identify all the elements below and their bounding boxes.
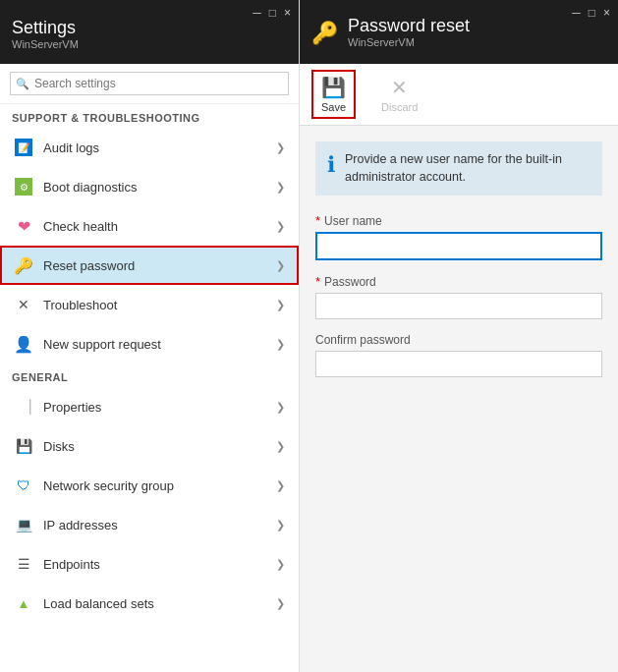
sidebar-item-properties[interactable]: ⎹ Properties ❯ bbox=[0, 387, 299, 426]
password-label: * Password bbox=[315, 274, 602, 289]
health-icon: ❤ bbox=[14, 216, 33, 236]
ip-icon: 💻 bbox=[14, 515, 33, 534]
sidebar-item-label: Troubleshoot bbox=[43, 298, 276, 312]
required-marker: * bbox=[315, 274, 320, 289]
username-group: * User name bbox=[315, 213, 602, 260]
minimize-icon[interactable]: ─ bbox=[572, 6, 581, 20]
right-toolbar: 💾 Save ✕ Discard bbox=[300, 64, 618, 126]
nsg-icon: 🛡 bbox=[14, 476, 33, 495]
left-titlebar: ─ □ × Settings WinServerVM bbox=[0, 0, 299, 64]
sidebar-item-audit-logs[interactable]: 📝 Audit logs ❯ bbox=[0, 128, 299, 167]
save-button[interactable]: 💾 Save bbox=[311, 70, 356, 119]
sidebar-item-label: Network security group bbox=[43, 478, 276, 493]
troubleshoot-icon: ✕ bbox=[14, 295, 33, 314]
chevron-icon: ❯ bbox=[276, 181, 285, 194]
support-icon: 👤 bbox=[14, 334, 33, 354]
sidebar-item-label: IP addresses bbox=[43, 518, 276, 532]
chevron-icon: ❯ bbox=[276, 440, 285, 453]
maximize-icon[interactable]: □ bbox=[269, 6, 276, 20]
confirm-password-label: Confirm password bbox=[315, 333, 602, 347]
sidebar-item-load-balanced-sets[interactable]: ▲ Load balanced sets ❯ bbox=[0, 584, 299, 623]
sidebar-item-endpoints[interactable]: ☰ Endpoints ❯ bbox=[0, 544, 299, 584]
chevron-icon: ❯ bbox=[276, 401, 285, 414]
username-input[interactable] bbox=[315, 232, 602, 260]
boot-icon: ⚙ bbox=[14, 177, 33, 196]
chevron-icon: ❯ bbox=[276, 338, 285, 351]
panel-subtitle: WinServerVM bbox=[348, 36, 470, 48]
section-header-support: SUPPORT & TROUBLESHOOTING bbox=[0, 104, 299, 128]
sidebar-item-check-health[interactable]: ❤ Check health ❯ bbox=[0, 206, 299, 246]
chevron-icon: ❯ bbox=[276, 299, 285, 311]
sidebar-item-label: Disks bbox=[43, 439, 276, 454]
sidebar-item-troubleshoot[interactable]: ✕ Troubleshoot ❯ bbox=[0, 285, 299, 324]
info-icon: ℹ bbox=[327, 152, 335, 178]
sidebar-item-boot-diagnostics[interactable]: ⚙ Boot diagnostics ❯ bbox=[0, 167, 299, 206]
disks-icon: 💾 bbox=[14, 436, 33, 456]
app-subtitle: WinServerVM bbox=[12, 38, 287, 50]
chevron-icon: ❯ bbox=[276, 597, 285, 610]
info-box: ℹ Provide a new user name for the built-… bbox=[315, 141, 602, 196]
save-label: Save bbox=[321, 101, 346, 113]
endpoints-icon: ☰ bbox=[14, 554, 33, 574]
chevron-icon: ❯ bbox=[276, 519, 285, 532]
sidebar-item-label: Audit logs bbox=[43, 140, 276, 155]
chevron-icon: ❯ bbox=[276, 558, 285, 571]
left-window-controls: ─ □ × bbox=[253, 6, 291, 20]
app-title: Settings bbox=[12, 18, 287, 38]
confirm-password-group: Confirm password bbox=[315, 333, 602, 377]
sidebar-item-label: Check health bbox=[43, 219, 276, 234]
sidebar-item-label: Endpoints bbox=[43, 557, 276, 572]
save-icon: 💾 bbox=[321, 76, 346, 99]
password-group: * Password bbox=[315, 274, 602, 319]
sidebar-item-ip-addresses[interactable]: 💻 IP addresses ❯ bbox=[0, 505, 299, 544]
sidebar-item-label: Reset password bbox=[43, 258, 276, 273]
properties-icon: ⎹ bbox=[14, 397, 33, 417]
search-input[interactable] bbox=[10, 72, 289, 95]
right-content: ℹ Provide a new user name for the built-… bbox=[300, 126, 618, 672]
right-window-controls: ─ □ × bbox=[572, 6, 610, 20]
sidebar-item-network-security-group[interactable]: 🛡 Network security group ❯ bbox=[0, 466, 299, 505]
search-icon: 🔍 bbox=[16, 78, 29, 90]
info-message: Provide a new user name for the built-in… bbox=[345, 151, 590, 186]
chevron-icon: ❯ bbox=[276, 479, 285, 492]
panel-title: Password reset bbox=[348, 16, 470, 36]
required-marker: * bbox=[315, 213, 320, 228]
minimize-icon[interactable]: ─ bbox=[253, 6, 261, 20]
right-panel: ─ □ × 🔑 Password reset WinServerVM 💾 Sav… bbox=[300, 0, 618, 672]
sidebar-item-reset-password[interactable]: 🔑 Reset password ❯ bbox=[0, 246, 299, 285]
discard-button[interactable]: ✕ Discard bbox=[371, 70, 427, 119]
close-icon[interactable]: × bbox=[284, 6, 291, 20]
key-icon: 🔑 bbox=[311, 21, 338, 46]
chevron-icon: ❯ bbox=[276, 220, 285, 233]
sidebar-item-label: Properties bbox=[43, 400, 276, 415]
sidebar-item-label: Boot diagnostics bbox=[43, 180, 276, 195]
discard-label: Discard bbox=[381, 101, 418, 113]
audit-icon: 📝 bbox=[14, 138, 33, 157]
sidebar-item-label: Load balanced sets bbox=[43, 596, 276, 611]
left-panel: ─ □ × Settings WinServerVM 🔍 SUPPORT & T… bbox=[0, 0, 300, 672]
lbs-icon: ▲ bbox=[14, 593, 33, 613]
sidebar-item-disks[interactable]: 💾 Disks ❯ bbox=[0, 426, 299, 466]
password-input[interactable] bbox=[315, 293, 602, 319]
right-titlebar: ─ □ × 🔑 Password reset WinServerVM bbox=[300, 0, 618, 64]
maximize-icon[interactable]: □ bbox=[589, 6, 595, 20]
username-label: * User name bbox=[315, 213, 602, 228]
chevron-icon: ❯ bbox=[276, 141, 285, 154]
close-icon[interactable]: × bbox=[603, 6, 610, 20]
reset-icon: 🔑 bbox=[14, 255, 33, 275]
confirm-password-input[interactable] bbox=[315, 351, 602, 377]
search-bar: 🔍 bbox=[0, 64, 299, 104]
chevron-icon: ❯ bbox=[276, 259, 285, 272]
discard-icon: ✕ bbox=[391, 76, 408, 99]
section-header-general: GENERAL bbox=[0, 364, 299, 387]
sidebar-item-new-support-request[interactable]: 👤 New support request ❯ bbox=[0, 324, 299, 364]
sidebar-item-label: New support request bbox=[43, 337, 276, 352]
